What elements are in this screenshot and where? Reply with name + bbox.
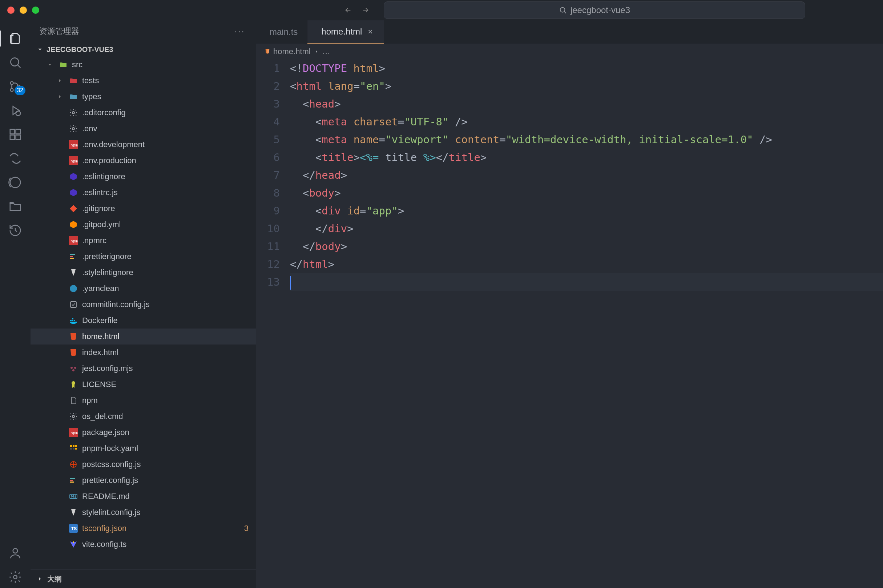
tree-file[interactable]: index.html <box>30 345 256 360</box>
activity-remote[interactable] <box>4 147 26 170</box>
window-minimize-button[interactable] <box>19 6 27 14</box>
activity-scm[interactable]: 32 <box>4 76 26 98</box>
tree-file[interactable]: prettier.config.js <box>30 472 256 488</box>
tree-folder[interactable]: src <box>30 57 256 73</box>
tree-file[interactable]: npmpackage.json <box>30 424 256 441</box>
window-zoom-button[interactable] <box>32 6 39 14</box>
svg-rect-41 <box>70 448 72 450</box>
file-name: .env.development <box>82 140 145 149</box>
code-line[interactable]: <html lang="en"> <box>290 77 883 95</box>
file-name: .npmrc <box>82 236 106 245</box>
activity-extensions[interactable] <box>4 123 26 146</box>
tree-file[interactable]: .yarnclean <box>30 280 256 297</box>
outline-section-header[interactable]: 大纲 <box>30 570 256 588</box>
tree-file[interactable]: npm <box>30 393 256 408</box>
tree-file[interactable]: .prettierignore <box>30 249 256 265</box>
command-center[interactable]: jeecgboot-vue3 <box>384 2 805 19</box>
activity-history[interactable] <box>4 219 26 241</box>
code-line[interactable]: <div id="app"> <box>290 202 883 220</box>
line-number: 13 <box>256 273 280 291</box>
tree-file[interactable]: os_del.cmd <box>30 408 256 424</box>
line-number: 2 <box>256 77 280 95</box>
tree-file[interactable]: .eslintrc.js <box>30 184 256 201</box>
outline-label: 大纲 <box>47 574 62 584</box>
editor-tab[interactable]: TSmain.ts <box>256 20 307 44</box>
nav-forward-button[interactable] <box>358 3 373 18</box>
code-line[interactable]: </div> <box>290 220 883 238</box>
svg-rect-45 <box>70 478 75 479</box>
file-name: .stylelintignore <box>82 268 133 277</box>
code-body[interactable]: <!DOCTYPE html><html lang="en"> <head> <… <box>290 60 883 588</box>
tree-file[interactable]: commitlint.config.js <box>30 297 256 312</box>
breadcrumb[interactable]: home.html … <box>256 44 883 60</box>
tree-file[interactable]: npm.env.development <box>30 136 256 153</box>
activity-debug[interactable] <box>4 100 26 122</box>
nav-back-button[interactable] <box>341 3 355 18</box>
svg-text:npm: npm <box>70 143 78 147</box>
file-name: package.json <box>82 428 129 437</box>
gitpod-icon <box>68 219 78 230</box>
activity-search[interactable] <box>4 52 26 74</box>
tab-label: home.html <box>321 27 362 37</box>
activity-timeline[interactable] <box>4 171 26 194</box>
line-number: 9 <box>256 202 280 220</box>
tree-file[interactable]: .gitignore <box>30 201 256 217</box>
code-line[interactable]: <meta name="viewport" content="width=dev… <box>290 131 883 148</box>
tree-file[interactable]: home.html <box>30 328 256 345</box>
code-line[interactable]: </head> <box>290 166 883 184</box>
code-editor[interactable]: 12345678910111213 <!DOCTYPE html><html l… <box>256 60 883 588</box>
sidebar-bottom: 大纲 <box>30 570 256 588</box>
svg-rect-27 <box>70 320 72 321</box>
code-line[interactable]: </html> <box>290 255 883 273</box>
activity-account[interactable] <box>4 542 26 564</box>
svg-point-32 <box>74 367 76 369</box>
tree-file[interactable]: README.md <box>30 488 256 504</box>
svg-rect-9 <box>16 135 21 140</box>
close-icon[interactable] <box>366 28 374 36</box>
activity-settings[interactable] <box>4 566 26 588</box>
breadcrumb-rest: … <box>322 47 330 56</box>
editor-tab[interactable]: home.html <box>307 20 384 44</box>
code-line[interactable]: <head> <box>290 95 883 113</box>
activity-explorer[interactable] <box>4 28 26 50</box>
window-close-button[interactable] <box>7 6 15 14</box>
code-line[interactable]: <body> <box>290 184 883 202</box>
code-line[interactable]: <!DOCTYPE html> <box>290 60 883 77</box>
tree-file[interactable]: Dockerfile <box>30 312 256 328</box>
breadcrumb-file: home.html <box>273 47 311 56</box>
tree-file[interactable]: .editorconfig <box>30 105 256 121</box>
folder-ts-icon <box>68 92 78 102</box>
explorer-project-header[interactable]: JEECGBOOT-VUE3 <box>30 42 256 57</box>
tree-file[interactable]: .stylelintignore <box>30 265 256 280</box>
code-line[interactable]: </body> <box>290 238 883 255</box>
file-name: README.md <box>82 492 130 501</box>
tree-folder[interactable]: tests <box>30 73 256 88</box>
file-name: .gitignore <box>82 204 115 213</box>
tree-file[interactable]: .eslintignore <box>30 169 256 184</box>
tree-file[interactable]: npm.env.production <box>30 153 256 169</box>
tree-file[interactable]: TStsconfig.json3 <box>30 520 256 536</box>
tree-file[interactable]: .gitpod.yml <box>30 217 256 232</box>
npm-icon: npm <box>68 140 78 150</box>
file-name: tests <box>82 76 99 86</box>
code-line[interactable]: <meta charset="UTF-8" /> <box>290 113 883 131</box>
tree-file[interactable]: jest.config.mjs <box>30 360 256 376</box>
tree-file[interactable]: npm.npmrc <box>30 232 256 249</box>
tree-file[interactable]: postcss.config.js <box>30 456 256 472</box>
tree-file[interactable]: stylelint.config.js <box>30 504 256 520</box>
sidebar-title-text: 资源管理器 <box>39 26 79 37</box>
tree-file[interactable]: pnpm-lock.yaml <box>30 441 256 456</box>
code-line[interactable] <box>290 273 883 291</box>
svg-point-14 <box>72 112 75 114</box>
tree-folder[interactable]: types <box>30 88 256 105</box>
file-name: Dockerfile <box>82 316 118 325</box>
tree-file[interactable]: .env <box>30 121 256 136</box>
tree-file[interactable]: LICENSE <box>30 376 256 393</box>
traffic-lights <box>7 6 39 14</box>
yarn-icon <box>68 284 78 294</box>
activity-folders[interactable] <box>4 195 26 218</box>
code-line[interactable]: <title><%= title %></title> <box>290 148 883 166</box>
tree-file[interactable]: vite.config.ts <box>30 536 256 552</box>
sidebar-more-button[interactable]: ··· <box>232 26 247 36</box>
svg-rect-28 <box>72 320 73 321</box>
